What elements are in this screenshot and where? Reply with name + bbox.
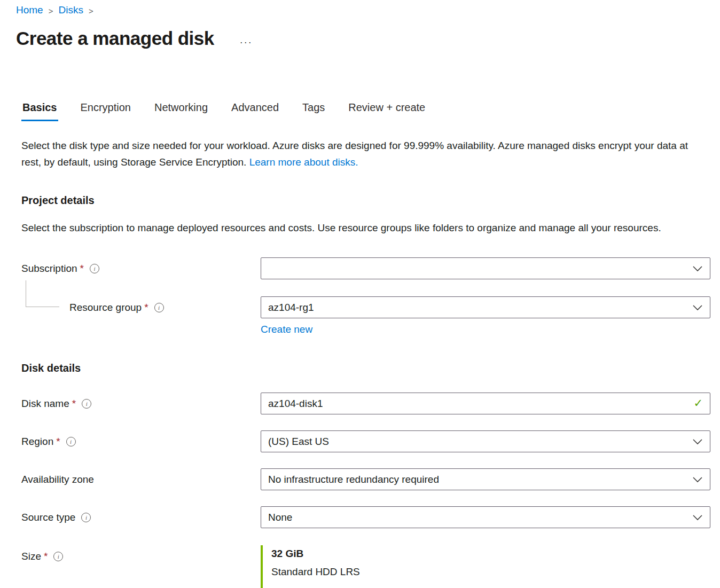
basics-tab-content: Select the disk type and size needed for… xyxy=(21,137,710,588)
required-marker: * xyxy=(44,551,48,562)
resource-group-control: az104-rg1 xyxy=(261,296,710,318)
subscription-label: Subscription xyxy=(21,263,77,275)
tab-tags[interactable]: Tags xyxy=(301,101,326,121)
size-label: Size xyxy=(21,551,41,562)
info-icon[interactable]: i xyxy=(90,264,99,273)
info-icon[interactable]: i xyxy=(154,303,164,312)
size-summary: 32 GiB Standard HDD LRS xyxy=(261,545,710,588)
size-sku: Standard HDD LRS xyxy=(271,566,710,578)
tab-review-create[interactable]: Review + create xyxy=(347,101,426,121)
create-new-resource-group-link[interactable]: Create new xyxy=(261,324,312,335)
info-icon[interactable]: i xyxy=(66,437,76,446)
breadcrumb-separator-icon: > xyxy=(89,5,93,15)
source-type-label: Source type xyxy=(21,512,75,523)
create-managed-disk-page: Home > Disks > Create a managed disk ···… xyxy=(0,0,720,588)
availability-zone-label: Availability zone xyxy=(21,474,94,485)
availability-zone-row: Availability zone No infrastructure redu… xyxy=(21,468,710,490)
info-icon[interactable]: i xyxy=(53,552,63,561)
source-type-label-group: Source type i xyxy=(21,512,261,523)
subscription-dropdown[interactable] xyxy=(261,257,710,279)
resource-group-row: Resource group * i az104-rg1 xyxy=(21,296,710,318)
project-details-description: Select the subscription to manage deploy… xyxy=(21,219,708,236)
size-control: 32 GiB Standard HDD LRS xyxy=(261,545,710,588)
page-title: Create a managed disk xyxy=(16,28,214,49)
disk-name-label-group: Disk name * i xyxy=(21,398,261,410)
region-control: (US) East US xyxy=(261,430,710,452)
breadcrumb-separator-icon: > xyxy=(49,5,53,15)
required-marker: * xyxy=(72,398,76,410)
disk-name-input[interactable]: az104-disk1 xyxy=(261,393,710,414)
tab-basics[interactable]: Basics xyxy=(21,101,58,121)
source-type-dropdown[interactable]: None xyxy=(261,506,710,528)
tab-advanced[interactable]: Advanced xyxy=(230,101,280,121)
tab-networking[interactable]: Networking xyxy=(153,101,209,121)
tab-bar: Basics Encryption Networking Advanced Ta… xyxy=(21,101,710,121)
disk-name-control: az104-disk1 ✓ xyxy=(261,393,710,414)
required-marker: * xyxy=(56,436,60,448)
disk-name-label: Disk name xyxy=(21,398,69,410)
learn-more-disks-link[interactable]: Learn more about disks. xyxy=(249,156,358,168)
region-row: Region * i (US) East US xyxy=(21,430,710,452)
size-label-group: Size * i xyxy=(21,545,261,562)
size-value: 32 GiB xyxy=(271,548,710,560)
subscription-label-group: Subscription * i xyxy=(21,263,261,275)
title-row: Create a managed disk ··· xyxy=(16,28,710,49)
source-type-row: Source type i None xyxy=(21,506,710,528)
tab-encryption[interactable]: Encryption xyxy=(80,101,132,121)
source-type-control: None xyxy=(261,506,710,528)
valid-check-icon: ✓ xyxy=(693,397,703,410)
availability-zone-label-group: Availability zone xyxy=(21,474,261,485)
disk-details-heading: Disk details xyxy=(21,362,710,374)
breadcrumb-disks-link[interactable]: Disks xyxy=(58,4,83,16)
region-label: Region xyxy=(21,436,53,448)
create-new-row: Create new xyxy=(261,324,710,335)
required-marker: * xyxy=(80,263,84,275)
indent-connector-line xyxy=(26,280,59,307)
breadcrumb-home-link[interactable]: Home xyxy=(16,4,43,16)
resource-group-label: Resource group xyxy=(69,302,142,313)
intro-text: Select the disk type and size needed for… xyxy=(21,137,708,171)
subscription-row: Subscription * i xyxy=(21,257,710,279)
project-details-heading: Project details xyxy=(21,194,710,207)
availability-zone-control: No infrastructure redundancy required xyxy=(261,468,710,490)
info-icon[interactable]: i xyxy=(81,513,91,522)
disk-name-row: Disk name * i az104-disk1 ✓ xyxy=(21,393,710,414)
resource-group-dropdown[interactable]: az104-rg1 xyxy=(261,296,710,318)
size-row: Size * i 32 GiB Standard HDD LRS xyxy=(21,545,710,588)
required-marker: * xyxy=(144,302,148,313)
more-options-icon[interactable]: ··· xyxy=(240,29,253,48)
availability-zone-dropdown[interactable]: No infrastructure redundancy required xyxy=(261,468,710,490)
region-label-group: Region * i xyxy=(21,436,261,448)
info-icon[interactable]: i xyxy=(82,399,91,409)
breadcrumb: Home > Disks > xyxy=(16,4,710,16)
subscription-control xyxy=(261,257,710,279)
region-dropdown[interactable]: (US) East US xyxy=(261,430,710,452)
